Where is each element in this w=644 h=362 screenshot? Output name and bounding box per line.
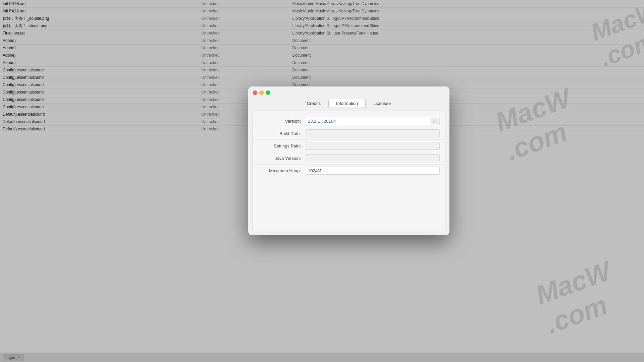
- tab-credits[interactable]: Credits: [299, 99, 328, 108]
- info-row-4: Maximum Heap:1024M: [253, 165, 445, 177]
- info-value-1: [305, 129, 440, 137]
- dialog-content: Version:23.1.1 #20164···Build Date:Setti…: [252, 111, 445, 231]
- minimize-button[interactable]: [259, 90, 264, 95]
- info-label-0: Version:: [258, 119, 305, 124]
- info-value-4[interactable]: 1024M: [305, 167, 440, 175]
- traffic-lights: [253, 90, 270, 95]
- info-row-2: Settings Path:: [253, 140, 445, 152]
- info-label-3: Java Version:: [258, 156, 305, 161]
- copy-version-button[interactable]: ···: [431, 118, 438, 124]
- info-label-2: Settings Path:: [258, 143, 305, 148]
- info-value-0[interactable]: 23.1.1 #20164···: [305, 117, 440, 125]
- info-label-1: Build Date:: [258, 131, 305, 136]
- info-value-2: [305, 142, 440, 150]
- tab-licensee[interactable]: Licensee: [366, 99, 398, 108]
- dialog-tab-bar: Credits Information Licensee: [248, 98, 449, 111]
- info-row-0: Version:23.1.1 #20164···: [253, 115, 445, 127]
- info-label-4: Maximum Heap:: [258, 168, 305, 173]
- info-row-1: Build Date:: [253, 127, 445, 140]
- about-dialog: Credits Information Licensee Version:23.…: [248, 86, 449, 235]
- maximize-button[interactable]: [266, 90, 270, 95]
- dialog-spacer: [253, 177, 445, 227]
- modal-overlay: Credits Information Licensee Version:23.…: [0, 0, 644, 362]
- info-row-3: Java Version:: [253, 152, 445, 165]
- tab-information[interactable]: Information: [328, 99, 366, 108]
- dialog-titlebar: [248, 86, 449, 98]
- close-button[interactable]: [253, 90, 257, 95]
- info-value-3: [305, 154, 440, 162]
